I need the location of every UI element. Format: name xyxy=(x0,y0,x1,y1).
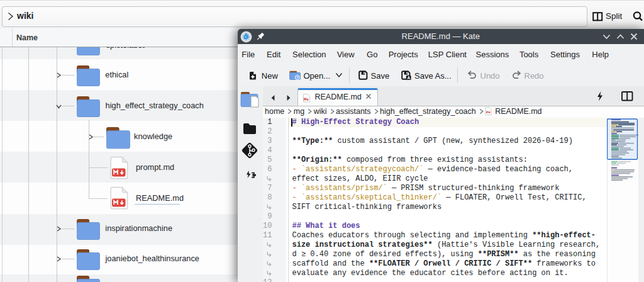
svg-text:A: A xyxy=(407,76,410,80)
